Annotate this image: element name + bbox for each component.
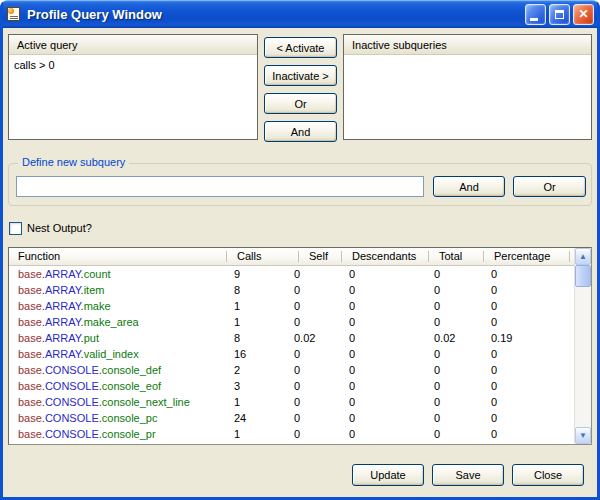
column-header-calls[interactable]: Calls [226, 248, 298, 265]
function-cell: base.ARRAY.put [9, 331, 226, 347]
table-row[interactable]: base.CONSOLE.console_next_line 1 0 0 0 0 [9, 395, 574, 411]
table-row[interactable]: base.ARRAY.count 9 0 0 0 0 [9, 267, 574, 283]
column-header-function[interactable]: Function [9, 248, 226, 265]
table-body: base.ARRAY.count 9 0 0 0 0 base.ARRAY.it… [9, 267, 574, 444]
total-cell: 0 [426, 363, 483, 379]
minimize-button[interactable] [525, 4, 546, 25]
profile-query-window: Profile Query Window ✕ Active query call… [0, 0, 600, 500]
profile-results-table: Function Calls Self Descendants Total Pe… [8, 247, 592, 445]
scroll-down-icon: ▼ [579, 432, 587, 440]
column-header-total[interactable]: Total [428, 248, 483, 265]
function-cell: base.ARRAY.make_area [9, 315, 226, 331]
self-cell: 0 [286, 347, 341, 363]
descendants-cell: 0 [341, 363, 426, 379]
descendants-cell: 0 [341, 315, 426, 331]
table-row[interactable]: base.CONSOLE.console_pc 24 0 0 0 0 [9, 411, 574, 427]
total-cell: 0 [426, 427, 483, 443]
app-icon-ball [8, 8, 14, 14]
query-list-item[interactable]: calls > 0 [9, 56, 257, 72]
total-cell: 0 [426, 299, 483, 315]
calls-cell: 1 [226, 427, 286, 443]
function-cell: base.CONSOLE.console_eof [9, 379, 226, 395]
function-cell: base.ARRAY.item [9, 283, 226, 299]
scrollbar-thumb[interactable] [575, 265, 591, 287]
nest-output-row[interactable]: Nest Output? [9, 221, 92, 235]
table-row[interactable]: base.ARRAY.valid_index 16 0 0 0 0 [9, 347, 574, 363]
total-cell: 0 [426, 411, 483, 427]
inactive-subqueries-header: Inactive subqueries [344, 35, 591, 55]
descendants-cell: 0 [341, 395, 426, 411]
save-button[interactable]: Save [432, 464, 504, 486]
table-row[interactable]: base.CONSOLE.console_pr 1 0 0 0 0 [9, 427, 574, 443]
total-cell: 0 [426, 395, 483, 411]
percentage-cell: 0 [483, 395, 574, 411]
active-query-header: Active query [9, 35, 257, 55]
column-header-percentage[interactable]: Percentage [483, 248, 569, 265]
percentage-cell: 0 [483, 299, 574, 315]
self-cell: 0 [286, 395, 341, 411]
update-button[interactable]: Update [352, 464, 424, 486]
calls-cell: 1 [226, 315, 286, 331]
table-row[interactable]: base.ARRAY.make 1 0 0 0 0 [9, 299, 574, 315]
table-row[interactable]: base.CONSOLE.console_eof 3 0 0 0 0 [9, 379, 574, 395]
vertical-scrollbar[interactable]: ▲ ▼ [574, 248, 591, 444]
app-icon-line [10, 18, 18, 19]
function-cell: base.ARRAY.make [9, 299, 226, 315]
calls-cell: 8 [226, 331, 286, 347]
nest-output-label: Nest Output? [27, 222, 92, 234]
function-cell: base.CONSOLE.console_pr [9, 427, 226, 443]
scroll-up-button[interactable]: ▲ [575, 248, 591, 265]
descendants-cell: 0 [341, 331, 426, 347]
percentage-cell: 0 [483, 411, 574, 427]
active-query-list[interactable]: calls > 0 [9, 56, 257, 139]
total-cell: 0 [426, 315, 483, 331]
percentage-cell: 0 [483, 267, 574, 283]
percentage-cell: 0 [483, 379, 574, 395]
function-cell: base.ARRAY.valid_index [9, 347, 226, 363]
scroll-up-icon: ▲ [579, 253, 587, 261]
percentage-cell: 0 [483, 363, 574, 379]
subquery-and-button[interactable]: And [433, 176, 505, 197]
descendants-cell: 0 [341, 347, 426, 363]
close-button[interactable]: ✕ [573, 4, 594, 25]
self-cell: 0 [286, 267, 341, 283]
maximize-button[interactable] [549, 4, 570, 25]
calls-cell: 1 [226, 395, 286, 411]
table-row[interactable]: base.CONSOLE.console_def 2 0 0 0 0 [9, 363, 574, 379]
percentage-cell: 0 [483, 347, 574, 363]
inactive-subqueries-list[interactable] [344, 56, 591, 139]
table-row[interactable]: base.ARRAY.put 8 0.02 0 0.02 0.19 [9, 331, 574, 347]
close-dialog-button[interactable]: Close [512, 464, 584, 486]
subquery-input[interactable] [16, 176, 424, 197]
function-cell: base.CONSOLE.console_pc [9, 411, 226, 427]
total-cell: 0.02 [426, 331, 483, 347]
define-subquery-label: Define new subquery [18, 156, 129, 168]
total-cell: 0 [426, 283, 483, 299]
close-icon: ✕ [578, 8, 588, 20]
column-header-descendants[interactable]: Descendants [341, 248, 428, 265]
scroll-down-button[interactable]: ▼ [575, 427, 591, 444]
calls-cell: 1 [226, 299, 286, 315]
table-row[interactable]: base.ARRAY.item 8 0 0 0 0 [9, 283, 574, 299]
total-cell: 0 [426, 379, 483, 395]
window-title: Profile Query Window [27, 7, 525, 22]
activate-button[interactable]: < Activate [264, 37, 337, 58]
inactive-subqueries-panel: Inactive subqueries [343, 34, 592, 140]
app-icon[interactable] [6, 6, 22, 22]
descendants-cell: 0 [341, 427, 426, 443]
self-cell: 0 [286, 315, 341, 331]
self-cell: 0 [286, 427, 341, 443]
titlebar[interactable]: Profile Query Window ✕ [0, 0, 600, 28]
and-combine-button[interactable]: And [264, 121, 337, 142]
calls-cell: 16 [226, 347, 286, 363]
or-combine-button[interactable]: Or [264, 93, 337, 114]
table-row[interactable]: base.ARRAY.make_area 1 0 0 0 0 [9, 315, 574, 331]
inactivate-button[interactable]: Inactivate > [264, 65, 337, 86]
self-cell: 0 [286, 379, 341, 395]
calls-cell: 8 [226, 283, 286, 299]
self-cell: 0 [286, 363, 341, 379]
column-header-self[interactable]: Self [298, 248, 341, 265]
subquery-or-button[interactable]: Or [513, 176, 586, 197]
descendants-cell: 0 [341, 267, 426, 283]
total-cell: 0 [426, 267, 483, 283]
